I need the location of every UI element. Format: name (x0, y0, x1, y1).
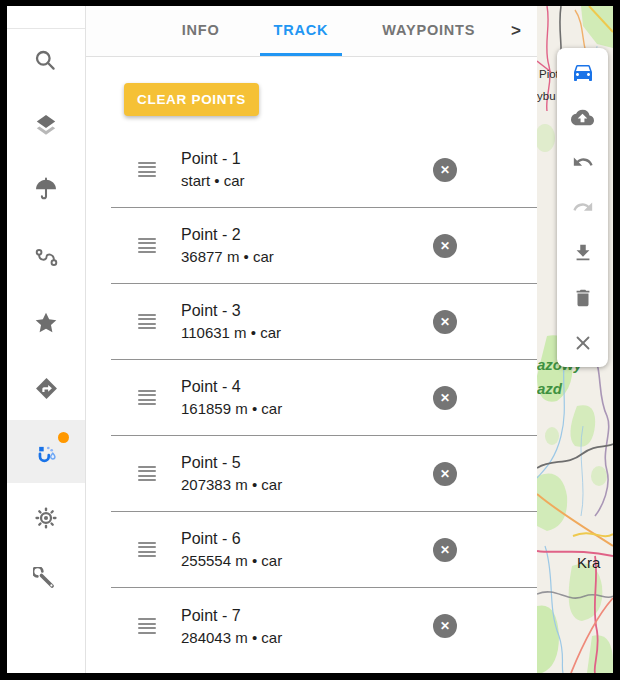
point-text: Point - 7 284043 m • car (181, 607, 282, 646)
trash-icon[interactable] (570, 285, 596, 311)
list-item[interactable]: Point - 4 161859 m • car ✕ (111, 360, 537, 436)
track-edit-icon[interactable] (24, 430, 68, 474)
star-icon[interactable] (24, 301, 68, 345)
search-icon[interactable] (24, 39, 68, 83)
undo-icon[interactable] (570, 149, 596, 175)
point-text: Point - 1 start • car (181, 150, 245, 189)
point-subtitle: 110631 m • car (181, 324, 281, 341)
tab-track[interactable]: TRACK (260, 6, 343, 56)
point-title: Point - 1 (181, 150, 245, 168)
track-tab-content: CLEAR POINTS Point - 1 start • car ✕ Poi… (86, 57, 537, 673)
point-title: Point - 2 (181, 226, 274, 244)
point-subtitle: 284043 m • car (181, 629, 282, 646)
list-item[interactable]: Point - 1 start • car ✕ (111, 132, 537, 208)
tabs-group: INFO TRACK WAYPOINTS (134, 6, 489, 56)
umbrella-icon[interactable] (24, 168, 68, 212)
point-subtitle: 161859 m • car (181, 400, 282, 417)
directions-icon[interactable] (24, 366, 68, 410)
list-item[interactable]: Point - 7 284043 m • car ✕ (111, 588, 537, 664)
left-sidebar (7, 6, 86, 673)
route-icon[interactable] (24, 235, 68, 279)
delete-point-button[interactable]: ✕ (433, 462, 457, 486)
point-title: Point - 5 (181, 454, 282, 472)
point-subtitle: 207383 m • car (181, 476, 282, 493)
list-item[interactable]: Point - 3 110631 m • car ✕ (111, 284, 537, 360)
clear-points-button[interactable]: CLEAR POINTS (124, 83, 259, 116)
layers-icon[interactable] (24, 103, 68, 147)
delete-point-button[interactable]: ✕ (433, 614, 457, 638)
point-title: Point - 4 (181, 378, 282, 396)
point-text: Point - 2 36877 m • car (181, 226, 274, 265)
point-text: Point - 4 161859 m • car (181, 378, 282, 417)
drag-handle-icon[interactable] (138, 314, 156, 330)
drag-handle-icon[interactable] (138, 618, 156, 634)
cloud-upload-icon[interactable] (570, 104, 596, 130)
app-window: INFO TRACK WAYPOINTS > CLEAR POINTS Poin… (7, 6, 613, 673)
point-title: Point - 6 (181, 530, 282, 548)
delete-point-button[interactable]: ✕ (433, 386, 457, 410)
drag-handle-icon[interactable] (138, 466, 156, 482)
list-item[interactable]: Point - 6 255554 m • car ✕ (111, 512, 537, 588)
routing-mode-car-icon[interactable] (570, 59, 596, 85)
settings-gear-icon[interactable] (24, 496, 68, 540)
redo-icon[interactable] (570, 194, 596, 220)
point-text: Point - 6 255554 m • car (181, 530, 282, 569)
point-text: Point - 5 207383 m • car (181, 454, 282, 493)
drag-handle-icon[interactable] (138, 542, 156, 558)
delete-point-button[interactable]: ✕ (433, 310, 457, 334)
sidebar-divider (7, 28, 85, 29)
list-item[interactable]: Point - 2 36877 m • car ✕ (111, 208, 537, 284)
tab-waypoints[interactable]: WAYPOINTS (368, 6, 489, 56)
tab-info[interactable]: INFO (168, 6, 234, 56)
delete-point-button[interactable]: ✕ (433, 538, 457, 562)
point-title: Point - 3 (181, 302, 281, 320)
delete-point-button[interactable]: ✕ (433, 234, 457, 258)
track-panel: INFO TRACK WAYPOINTS > CLEAR POINTS Poin… (86, 6, 537, 673)
close-icon[interactable] (570, 330, 596, 356)
map-area[interactable]: Piotr ybu azowy azd Kra (537, 6, 613, 673)
delete-point-button[interactable]: ✕ (433, 158, 457, 182)
point-list: Point - 1 start • car ✕ Point - 2 36877 … (86, 132, 537, 664)
drag-handle-icon[interactable] (138, 162, 156, 178)
download-icon[interactable] (570, 240, 596, 266)
tools-wrench-icon[interactable] (24, 558, 68, 602)
point-title: Point - 7 (181, 607, 282, 625)
track-toolbar (557, 48, 608, 367)
drag-handle-icon[interactable] (138, 390, 156, 406)
notification-dot (58, 432, 69, 443)
list-item[interactable]: Point - 5 207383 m • car ✕ (111, 436, 537, 512)
drag-handle-icon[interactable] (138, 238, 156, 254)
panel-tabbar: INFO TRACK WAYPOINTS > (86, 6, 537, 57)
point-subtitle: start • car (181, 172, 245, 189)
tabs-overflow-chevron-icon[interactable]: > (511, 6, 521, 56)
point-text: Point - 3 110631 m • car (181, 302, 281, 341)
point-subtitle: 36877 m • car (181, 248, 274, 265)
point-subtitle: 255554 m • car (181, 552, 282, 569)
